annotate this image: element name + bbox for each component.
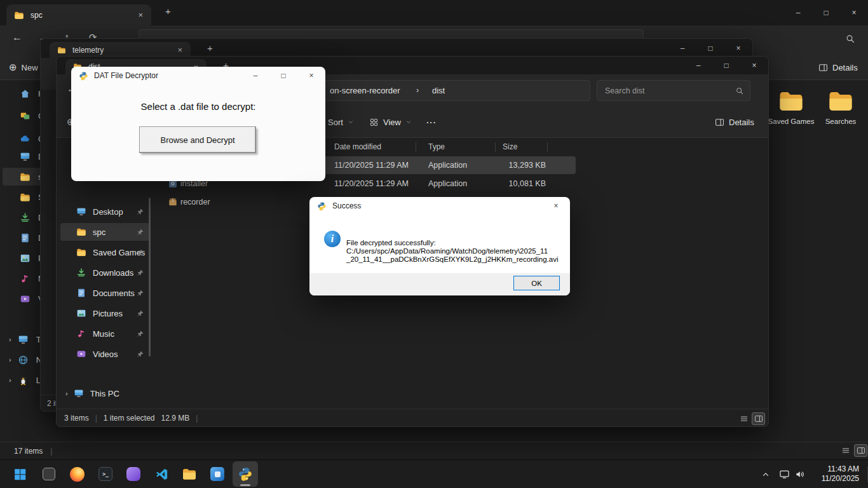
firefox-icon: [70, 467, 85, 482]
purple-app-button[interactable]: [121, 461, 146, 487]
sidebar-item-desktop[interactable]: Desktop: [60, 203, 149, 220]
pin-icon: [136, 248, 144, 257]
tray-display-icon[interactable]: [779, 469, 790, 480]
window-controls: – □ ×: [668, 39, 752, 58]
folder-tile-label: Searches: [825, 118, 857, 126]
close-button[interactable]: ×: [724, 39, 752, 58]
sidebar-item-music[interactable]: Music: [60, 325, 149, 342]
folder-tile-searches[interactable]: Searches: [816, 88, 865, 126]
view-toggle-details[interactable]: [854, 444, 867, 457]
tab-close-icon[interactable]: ×: [135, 10, 146, 20]
column-header-date[interactable]: Date modified: [334, 142, 381, 151]
task-view-button[interactable]: [36, 461, 62, 487]
file-explorer-button[interactable]: [177, 461, 202, 487]
maximize-button[interactable]: □: [812, 0, 840, 25]
pin-icon: [136, 289, 144, 297]
vscode-button[interactable]: [149, 461, 174, 487]
new-tab-button[interactable]: +: [207, 43, 213, 53]
close-button[interactable]: ×: [740, 57, 768, 74]
sidebar-item-documents[interactable]: Documents: [60, 284, 149, 302]
search-icon[interactable]: [845, 34, 855, 44]
gallery-icon: [20, 111, 31, 121]
ok-button[interactable]: OK: [513, 276, 560, 290]
sidebar-item-label: Music: [93, 329, 114, 339]
folder-icon: [76, 247, 86, 257]
maximize-button[interactable]: □: [269, 67, 297, 85]
start-button[interactable]: [7, 461, 32, 487]
sort-button[interactable]: Sort: [322, 112, 360, 132]
maximize-button[interactable]: □: [696, 39, 724, 58]
firefox-button[interactable]: [64, 461, 90, 487]
sidebar-item-label: Videos: [93, 349, 118, 359]
details-button[interactable]: Details: [709, 112, 761, 132]
file-type: Application: [428, 161, 467, 170]
dialog-success: Success × i File decrypted successfully:…: [309, 197, 570, 295]
sidebar-scrollbar[interactable]: [149, 198, 151, 356]
column-separator[interactable]: [547, 142, 548, 152]
view-button[interactable]: View: [363, 112, 418, 132]
python-icon: [238, 466, 253, 482]
minimize-button[interactable]: –: [684, 57, 712, 74]
terminal-prompt-glyph: >_: [102, 471, 109, 477]
close-button[interactable]: ×: [297, 67, 325, 85]
maximize-button[interactable]: □: [712, 57, 740, 74]
details-panel-icon: [818, 63, 828, 72]
browse-decrypt-button[interactable]: Browse and Decrypt: [139, 126, 256, 153]
tray-chevron-up-icon[interactable]: [761, 470, 770, 479]
close-button[interactable]: ×: [840, 0, 868, 25]
status-bar: 3 items | 1 item selected 12.9 MB |: [57, 409, 768, 426]
folder-icon: [20, 192, 31, 203]
back-icon[interactable]: ←: [12, 32, 22, 43]
pin-icon: [136, 309, 144, 318]
sidebar-item-downloads[interactable]: Downloads: [60, 264, 149, 281]
dialog-title: Success: [332, 201, 542, 210]
details-panel-icon: [715, 118, 724, 127]
tab-bar: telemetry × + – □ ×: [41, 39, 752, 58]
dialog-title-bar[interactable]: Success ×: [309, 197, 570, 215]
sidebar-item-this-pc[interactable]: ›This PC: [60, 384, 149, 402]
column-separator[interactable]: [416, 142, 416, 152]
folder-icon: [57, 46, 66, 55]
breadcrumb-parent[interactable]: on-screen-recorder: [330, 86, 400, 95]
network-icon: [18, 355, 29, 365]
terminal-icon: >_: [98, 467, 112, 481]
view-toggle-list[interactable]: [737, 412, 750, 425]
dialog-title-bar[interactable]: DAT File Decryptor – □ ×: [71, 67, 325, 85]
search-icon[interactable]: [735, 86, 744, 95]
tab-spc[interactable]: spc ×: [6, 4, 151, 25]
minimize-button[interactable]: –: [241, 67, 269, 85]
view-toggle-details[interactable]: [752, 412, 765, 425]
close-button[interactable]: ×: [542, 197, 570, 215]
sidebar-item-pictures[interactable]: Pictures: [60, 304, 149, 322]
minimize-button[interactable]: –: [668, 39, 696, 58]
more-options-button[interactable]: ···: [420, 112, 443, 132]
sidebar-item-videos[interactable]: Videos: [60, 345, 149, 363]
search-box[interactable]: [597, 80, 750, 101]
column-header-size[interactable]: Size: [503, 142, 517, 151]
tray-clock[interactable]: 11:43 AM 11/20/2025: [813, 464, 859, 484]
view-toggle-list[interactable]: [839, 444, 852, 457]
music-icon: [76, 329, 86, 339]
list-view-icon: [841, 446, 850, 455]
breadcrumb-current[interactable]: dist: [432, 86, 445, 95]
tab-close-icon[interactable]: ×: [174, 45, 186, 55]
plus-circle-icon: ⊕: [9, 62, 17, 73]
sidebar-item-saved-games[interactable]: Saved Games: [60, 243, 149, 261]
column-header-type[interactable]: Type: [428, 142, 445, 151]
folder-icon: [778, 88, 804, 114]
selection-size: 12.9 MB: [161, 414, 190, 423]
info-icon: i: [324, 231, 341, 247]
new-tab-button[interactable]: +: [165, 6, 171, 17]
folder-tile-saved-games[interactable]: Saved Games: [766, 88, 816, 126]
tray-volume-icon[interactable]: [795, 469, 806, 480]
chevron-right-icon: ›: [416, 85, 419, 95]
terminal-button[interactable]: >_: [93, 461, 118, 487]
blue-app-button[interactable]: [205, 461, 230, 487]
minimize-button[interactable]: –: [784, 0, 812, 25]
search-input[interactable]: [597, 81, 724, 100]
column-separator[interactable]: [495, 142, 496, 152]
pictures-icon: [76, 308, 86, 318]
python-app-button[interactable]: [233, 461, 258, 487]
sidebar-item-spc[interactable]: spc: [60, 223, 149, 241]
details-button[interactable]: Details: [812, 57, 864, 78]
